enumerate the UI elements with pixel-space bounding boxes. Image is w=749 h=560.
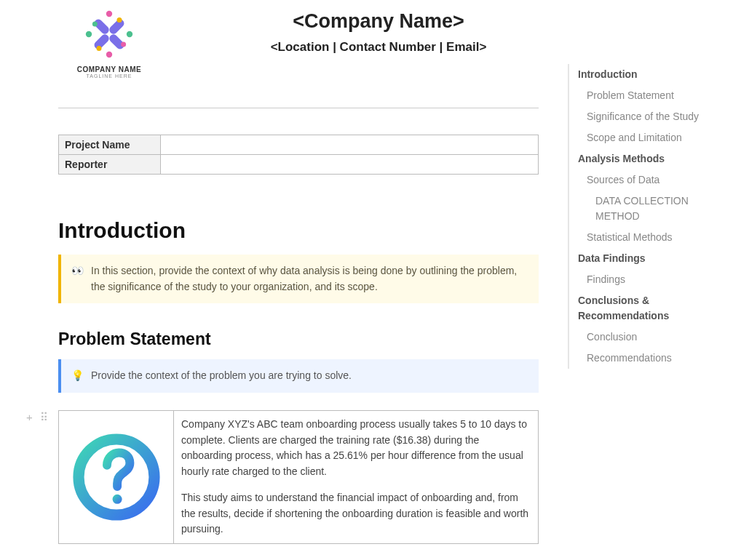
table-of-contents: Introduction Problem Statement Significa… — [568, 64, 735, 369]
toc-data-collection-method[interactable]: DATA COLLECTION METHOD — [571, 191, 735, 227]
problem-image-cell — [59, 411, 174, 543]
eyes-icon: 👀 — [71, 263, 84, 295]
project-name-label: Project Name — [59, 135, 161, 155]
add-block-button[interactable]: + — [26, 411, 33, 424]
company-logo-icon — [84, 9, 135, 60]
reporter-value[interactable] — [161, 155, 539, 175]
project-meta-table: Project Name Reporter — [58, 135, 539, 175]
toc-sources-of-data[interactable]: Sources of Data — [571, 169, 735, 191]
block-gutter: + ⠿ — [26, 411, 48, 424]
toc-statistical-methods[interactable]: Statistical Methods — [571, 227, 735, 248]
toc-data-findings[interactable]: Data Findings — [571, 248, 735, 269]
svg-rect-2 — [92, 33, 111, 51]
reporter-label: Reporter — [59, 155, 161, 175]
intro-callout-text: In this section, provide the context of … — [91, 263, 528, 295]
logo-company-name: COMPANY NAME — [58, 65, 160, 73]
svg-point-11 — [92, 22, 98, 27]
svg-point-8 — [117, 17, 122, 23]
problem-statement-heading: Problem Statement — [58, 329, 539, 349]
document-header: COMPANY NAME TAGLINE HERE <Company Name>… — [58, 6, 539, 79]
problem-paragraph-2: This study aims to understand the financ… — [181, 490, 531, 537]
problem-paragraph-1: Company XYZ's ABC team onboarding proces… — [181, 417, 531, 480]
toc-findings[interactable]: Findings — [571, 269, 735, 290]
toc-analysis-methods[interactable]: Analysis Methods — [571, 148, 735, 169]
toc-introduction[interactable]: Introduction — [571, 64, 735, 85]
svg-point-10 — [97, 46, 102, 51]
document-main: COMPANY NAME TAGLINE HERE <Company Name>… — [58, 0, 539, 544]
company-name-title: <Company Name> — [218, 10, 539, 33]
svg-rect-0 — [108, 17, 126, 36]
table-row: Reporter — [59, 155, 539, 175]
svg-point-7 — [86, 31, 92, 37]
toc-scope[interactable]: Scope and Limitation — [571, 127, 735, 148]
svg-point-6 — [106, 52, 112, 57]
problem-text-cell[interactable]: Company XYZ's ABC team onboarding proces… — [174, 411, 538, 543]
drag-handle[interactable]: ⠿ — [40, 411, 48, 424]
problem-callout: 💡 Provide the context of the problem you… — [58, 359, 539, 393]
introduction-heading: Introduction — [58, 218, 539, 243]
title-block: <Company Name> <Location | Contact Numbe… — [218, 6, 539, 55]
project-name-value[interactable] — [161, 135, 539, 155]
toc-significance[interactable]: Significance of the Study — [571, 106, 735, 127]
company-logo-block: COMPANY NAME TAGLINE HERE — [58, 6, 160, 79]
svg-point-9 — [121, 42, 126, 47]
company-contact-subtitle: <Location | Contact Number | Email> — [218, 40, 539, 55]
toc-problem-statement[interactable]: Problem Statement — [571, 85, 735, 106]
header-divider — [58, 108, 539, 108]
toc-conclusions[interactable]: Conclusions & Recommendations — [571, 290, 735, 327]
svg-rect-1 — [108, 33, 126, 51]
logo-tagline: TAGLINE HERE — [58, 73, 160, 79]
toc-conclusion[interactable]: Conclusion — [571, 327, 735, 348]
svg-point-13 — [112, 495, 122, 504]
toc-recommendations[interactable]: Recommendations — [571, 348, 735, 369]
problem-callout-text: Provide the context of the problem you a… — [91, 368, 352, 384]
question-mark-icon — [69, 430, 164, 524]
svg-rect-3 — [92, 17, 111, 36]
bulb-icon: 💡 — [71, 368, 84, 384]
problem-content-box: Company XYZ's ABC team onboarding proces… — [58, 410, 539, 544]
svg-point-4 — [106, 11, 112, 17]
intro-callout: 👀 In this section, provide the context o… — [58, 255, 539, 303]
svg-point-5 — [127, 31, 132, 37]
table-row: Project Name — [59, 135, 539, 155]
